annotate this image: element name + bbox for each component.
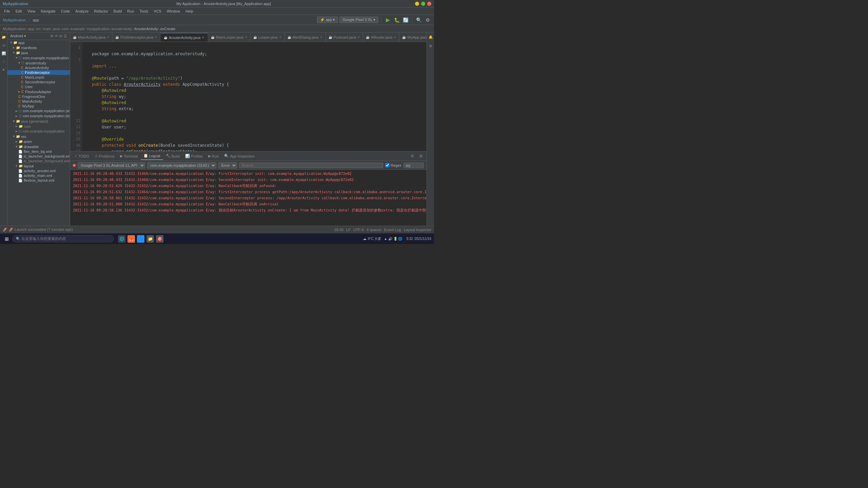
- taskbar-icon-2[interactable]: 🦊: [127, 235, 135, 243]
- collapse-icon[interactable]: ⊟: [59, 34, 62, 38]
- notifications-icon[interactable]: 🔔: [428, 34, 434, 40]
- close-tab-btn[interactable]: ✕: [320, 36, 323, 39]
- panel-tab-todo[interactable]: ✓TODO: [72, 152, 92, 160]
- menu-tools[interactable]: Tools: [137, 8, 151, 14]
- favorites-icon[interactable]: ★: [1, 66, 7, 73]
- layout-inspector[interactable]: Layout Inspector: [404, 228, 431, 232]
- menu-code[interactable]: Code: [58, 8, 73, 14]
- close-tab-btn[interactable]: ✕: [155, 36, 157, 39]
- menu-refactor[interactable]: Refactor: [91, 8, 111, 14]
- regex-checkbox[interactable]: [385, 163, 390, 167]
- close-tab-btn[interactable]: ✕: [394, 36, 396, 39]
- tree-item-drawable[interactable]: ▾ 📁 drawable: [7, 144, 70, 149]
- search-bar[interactable]: 🔍 在这里输入你想搜索的内容: [12, 235, 114, 242]
- breadcrumb-activity[interactable]: ArouterActivity: [134, 27, 158, 31]
- panel-tab-profiler[interactable]: 📊Profiler: [182, 152, 205, 160]
- menu-file[interactable]: File: [1, 8, 13, 14]
- build-variants-icon[interactable]: ⊞: [428, 43, 434, 49]
- tab-firstinterceptor[interactable]: ☕ FirstInterceptor.java ✕: [113, 33, 160, 42]
- panel-tab-problems[interactable]: ⚠Problems: [92, 152, 117, 160]
- pixel-selector[interactable]: Google Pixel 3 XL ▾: [339, 17, 378, 23]
- breadcrumb-main[interactable]: main: [43, 27, 51, 31]
- tree-item-fragmentone[interactable]: C FragmentOne: [7, 94, 70, 99]
- tree-item-java[interactable]: ▾ 📁 java: [7, 50, 70, 55]
- panel-tab-logcat[interactable]: 📋Logcat: [141, 152, 163, 160]
- tab-mainactivity[interactable]: ☕ MainActivity.java ✕: [70, 33, 113, 42]
- tree-item-ic-bg[interactable]: 📄 ic_launcher_background.xml: [7, 154, 70, 159]
- menu-analyze[interactable]: Analyze: [73, 8, 91, 14]
- close-tab-btn[interactable]: ✕: [357, 36, 360, 39]
- tree-item-anim[interactable]: ▸ 📁 anim: [7, 139, 70, 144]
- menu-view[interactable]: View: [25, 8, 38, 14]
- panel-tab-run[interactable]: ▶Run: [205, 152, 221, 160]
- menu-help[interactable]: Help: [183, 8, 196, 14]
- logcat-settings[interactable]: ⚙: [408, 152, 417, 160]
- tree-item-first-interceptor[interactable]: C FirstInterceptor: [7, 70, 70, 75]
- sync-icon[interactable]: ⟳: [55, 34, 58, 38]
- tab-wyapp[interactable]: ☕ WyApp.java + ✕: [399, 33, 427, 42]
- tree-item-second-interceptor[interactable]: C SecondInterceptor: [7, 80, 70, 84]
- tab-arouteractivity[interactable]: ☕ ArouterActivity.java ✕: [160, 33, 208, 42]
- level-selector[interactable]: Error: [218, 162, 237, 168]
- tree-item-ic-fg[interactable]: 📄 ic_launcher_foreground.xml (v24): [7, 159, 70, 163]
- tree-item-manifests[interactable]: ▸ 📁 manifests: [7, 45, 70, 50]
- breadcrumb-oncreate[interactable]: onCreate: [160, 27, 175, 31]
- tab-alertdialog[interactable]: ☕ AlertDialog.java ✕: [285, 33, 326, 42]
- logcat-search[interactable]: [239, 163, 383, 168]
- tree-item-user[interactable]: C User: [7, 84, 70, 89]
- minimize-button[interactable]: [415, 2, 419, 6]
- taskbar-icon-1[interactable]: 🌐: [118, 235, 125, 243]
- start-button[interactable]: ⊞: [3, 235, 11, 243]
- tree-item-layout[interactable]: ▾ 📁 layout: [7, 163, 70, 168]
- tree-item-pkg-main[interactable]: ▾ ⬡ com.example.myapplication: [7, 55, 70, 60]
- android-selector[interactable]: Android ▾: [10, 34, 26, 38]
- device-selector-logcat[interactable]: Google Pixel 3 XL Android 11, API: [78, 162, 145, 168]
- search-everywhere[interactable]: 🔍: [415, 16, 422, 24]
- tree-item-flexbox-layout[interactable]: 📄 flexbox_layout.xml: [7, 178, 70, 183]
- filter-input[interactable]: [403, 163, 424, 168]
- tree-item-pkg-androidtest[interactable]: ▸ ⬡ com.example.myapplication (androidTe…: [7, 108, 70, 114]
- tree-item-app[interactable]: ▾ 📁 app: [7, 40, 70, 45]
- tree-item-wyapp[interactable]: C WyApp: [7, 104, 70, 108]
- breadcrumb-myapp[interactable]: MyApplication: [3, 27, 26, 31]
- code-editor[interactable]: 1 3 12131415161718 20 222324252627282930…: [70, 42, 427, 151]
- logcat-content[interactable]: 2021-11-16 09:28:48.433 31432-31460/com.…: [70, 170, 427, 226]
- close-tab-btn[interactable]: ✕: [202, 36, 204, 39]
- tree-item-res[interactable]: ▾ 📁 res: [7, 134, 70, 139]
- menu-edit[interactable]: Edit: [13, 8, 25, 14]
- sync-button[interactable]: 🔄: [402, 16, 409, 24]
- package-selector[interactable]: com.example.myapplication (3143:): [147, 162, 216, 168]
- menu-window[interactable]: Window: [164, 8, 183, 14]
- tab-arouter[interactable]: ☕ ARouter.java ✕: [363, 33, 399, 42]
- tree-item-java-generated[interactable]: ▾ 📁 java (generated): [7, 119, 70, 124]
- breadcrumb-app[interactable]: app: [28, 27, 34, 31]
- menu-vcs[interactable]: VCS: [151, 8, 164, 14]
- close-tab-btn[interactable]: ✕: [107, 36, 110, 39]
- panel-tab-build[interactable]: 🔨Build: [163, 152, 182, 160]
- tree-item-pkg-gen[interactable]: ▸ ⬡ com.example.myapplication: [7, 129, 70, 134]
- taskbar-icon-4[interactable]: 📁: [146, 235, 154, 243]
- breadcrumb-myapplication[interactable]: myapplication: [87, 27, 110, 31]
- menu-build[interactable]: Build: [111, 8, 124, 14]
- tab-mainlooper[interactable]: ☕ MainLooper.java ✕: [208, 33, 251, 42]
- git-icon[interactable]: ⑂: [1, 58, 7, 64]
- project-view-icon[interactable]: 📁: [1, 34, 7, 40]
- expand-icon[interactable]: ☰: [64, 34, 67, 38]
- tree-item-flex-bg[interactable]: 📄 flex_item_bg.xml: [7, 149, 70, 154]
- tree-item-mainlooper[interactable]: C MainLooper: [7, 75, 70, 80]
- regex-checkbox-label[interactable]: Regex: [385, 163, 401, 167]
- breadcrumb-arouterstudy[interactable]: arouterstudy: [112, 27, 132, 31]
- event-log[interactable]: Event Log: [384, 228, 401, 232]
- breadcrumb-src[interactable]: src: [36, 27, 41, 31]
- taskbar-icon-3[interactable]: 🌀: [137, 235, 144, 243]
- device-selector[interactable]: ⚡ app ▾: [317, 17, 338, 23]
- tree-item-arouterstudy[interactable]: ▾ ⬡ arouterstudy: [7, 60, 70, 65]
- tree-item-layout-arouter[interactable]: 📄 activity_arouter.xml: [7, 168, 70, 173]
- tree-item-layout-main[interactable]: 📄 activity_main.xml: [7, 173, 70, 178]
- tree-item-pkg-test[interactable]: ▸ ⬡ com.example.myapplication (test): [7, 114, 70, 119]
- debug-button[interactable]: 🐛: [393, 16, 400, 24]
- run-button[interactable]: ▶: [384, 16, 392, 24]
- tree-item-com[interactable]: ▸ 📁 com: [7, 124, 70, 129]
- tab-postcard[interactable]: ☕ Postcard.java ✕: [326, 33, 363, 42]
- taskbar-icon-5[interactable]: 🎯: [156, 235, 163, 243]
